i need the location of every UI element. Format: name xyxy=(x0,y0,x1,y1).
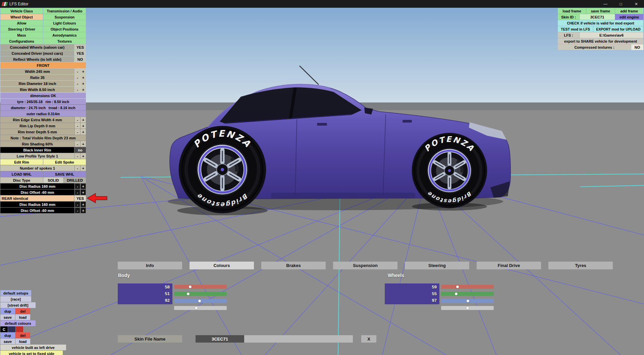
maximize-button[interactable]: □ xyxy=(613,0,629,8)
slider-handle[interactable] xyxy=(455,293,458,295)
tab-final-drive[interactable]: Final Drive xyxy=(477,262,541,269)
colour-preset-navy-swatch[interactable] xyxy=(8,326,15,332)
minus-button[interactable]: - xyxy=(75,81,80,86)
colour-del-button[interactable]: del xyxy=(15,332,30,338)
nav-mass[interactable]: Mass xyxy=(0,32,43,38)
default-setups-button[interactable]: default setups xyxy=(0,290,31,296)
setup-del-button[interactable]: del xyxy=(15,308,30,314)
skin-file-input[interactable] xyxy=(244,335,353,343)
wheels-shade-slider[interactable] xyxy=(441,306,494,310)
wheels-red-slider[interactable] xyxy=(441,285,494,289)
plus-button[interactable]: + xyxy=(80,165,86,171)
slider-handle[interactable] xyxy=(195,307,198,309)
minus-button[interactable]: - xyxy=(75,75,80,80)
share-vehicle-button[interactable]: export to SHARE vehicle for development xyxy=(558,38,643,44)
rear-identical-value[interactable]: YES xyxy=(74,195,86,201)
wheels-blue-slider[interactable] xyxy=(441,299,494,303)
colour-preset-red-swatch[interactable] xyxy=(16,326,23,332)
minus-button[interactable]: - xyxy=(75,165,80,171)
edit-engine-button[interactable]: edit engine xyxy=(615,14,643,20)
plus-button[interactable]: + xyxy=(80,189,86,195)
minus-button[interactable]: - xyxy=(75,202,80,207)
toggle-value[interactable]: YES xyxy=(74,50,86,56)
skin-id-value[interactable]: 3CEC71 xyxy=(580,14,615,20)
toggle-value[interactable]: NO xyxy=(74,56,86,62)
3d-viewport[interactable]: POTENZA Bridgestone xyxy=(0,0,644,355)
default-colours-button[interactable]: default colours xyxy=(0,320,36,326)
tab-colours[interactable]: Colours xyxy=(190,262,254,269)
minus-button[interactable]: - xyxy=(75,123,80,129)
body-green-slider[interactable] xyxy=(174,292,227,296)
fixed-side-toggle[interactable]: vehicle is set to fixed side xyxy=(0,351,63,355)
add-frame-button[interactable]: add frame xyxy=(615,8,643,14)
nav-textures[interactable]: Textures xyxy=(43,38,86,44)
minus-button[interactable]: - xyxy=(75,153,80,159)
body-red-slider[interactable] xyxy=(174,285,227,289)
tab-brakes[interactable]: Brakes xyxy=(261,262,326,269)
nav-transmission-audio[interactable]: Transmission / Audio xyxy=(43,8,86,14)
plus-button[interactable]: + xyxy=(80,87,86,92)
disc-drilled-option[interactable]: DRILLED xyxy=(64,177,86,183)
plus-button[interactable]: + xyxy=(80,75,86,80)
plus-button[interactable]: + xyxy=(80,129,86,135)
setup-dup-button[interactable]: dup xyxy=(0,308,15,314)
wheels-green-slider[interactable] xyxy=(441,292,494,296)
minus-button[interactable]: - xyxy=(75,141,80,147)
nav-aerodynamics[interactable]: Aerodynamics xyxy=(43,32,86,38)
edit-rim-button[interactable]: Edit Rim xyxy=(0,159,43,165)
tab-tyres[interactable]: Tyres xyxy=(548,262,613,269)
load-whl-button[interactable]: LOAD WHL xyxy=(0,171,43,177)
close-button[interactable]: ✕ xyxy=(629,0,644,8)
plus-button[interactable]: + xyxy=(80,208,86,213)
setup-save-button[interactable]: save xyxy=(0,314,15,320)
plus-button[interactable]: + xyxy=(80,141,86,147)
colour-save-button[interactable]: save xyxy=(0,339,15,344)
plus-button[interactable]: + xyxy=(80,117,86,123)
tab-suspension[interactable]: Suspension xyxy=(333,262,397,269)
save-frame-button[interactable]: save frame xyxy=(586,8,614,14)
nav-wheel-object[interactable]: Wheel Object xyxy=(0,14,43,20)
load-frame-button[interactable]: load frame xyxy=(558,8,586,14)
black-inner-rim-value[interactable]: no xyxy=(74,147,86,153)
test-mod-button[interactable]: TEST mod in LFS xyxy=(558,26,593,32)
minus-button[interactable]: - xyxy=(75,69,80,74)
nav-steering-driver[interactable]: Steering / Driver xyxy=(0,26,43,32)
save-whl-button[interactable]: SAVE WHL xyxy=(43,171,86,177)
colour-dup-button[interactable]: dup xyxy=(0,332,15,338)
plus-button[interactable]: + xyxy=(80,123,86,129)
slider-handle[interactable] xyxy=(467,300,469,302)
minus-button[interactable]: - xyxy=(75,189,80,195)
tab-steering[interactable]: Steering xyxy=(405,262,469,269)
clear-skin-button[interactable]: X xyxy=(361,335,376,343)
slider-handle[interactable] xyxy=(189,285,192,288)
slider-handle[interactable] xyxy=(198,300,201,302)
slider-handle[interactable] xyxy=(187,293,190,295)
nav-object-positions[interactable]: Object Positions xyxy=(43,26,86,32)
plus-button[interactable]: + xyxy=(80,202,86,207)
check-mod-button[interactable]: CHECK if vehicle is valid for mod export xyxy=(558,20,643,26)
minus-button[interactable]: - xyxy=(75,87,80,92)
plus-button[interactable]: + xyxy=(80,81,86,86)
plus-button[interactable]: + xyxy=(80,69,86,74)
slider-handle[interactable] xyxy=(466,307,469,309)
setup-race-button[interactable]: [race] xyxy=(0,296,31,302)
edit-spoke-button[interactable]: Edit Spoke xyxy=(43,159,86,165)
setup-street-drift-button[interactable]: [street drift] xyxy=(0,302,36,308)
minus-button[interactable]: - xyxy=(75,208,80,213)
compressed-textures-value[interactable]: NO xyxy=(631,44,643,50)
colour-load-button[interactable]: load xyxy=(15,339,30,344)
minus-button[interactable]: - xyxy=(75,129,80,135)
export-mod-button[interactable]: EXPORT mod for UPLOAD xyxy=(593,26,643,32)
slider-handle[interactable] xyxy=(456,285,459,288)
skin-file-value[interactable]: 3CEC71 xyxy=(196,335,244,343)
body-blue-slider[interactable] xyxy=(174,299,227,303)
tab-info[interactable]: Info xyxy=(118,262,182,269)
nav-allow[interactable]: Allow xyxy=(0,20,43,26)
minus-button[interactable]: - xyxy=(75,117,80,123)
minus-button[interactable]: - xyxy=(75,183,80,189)
skin-file-name-button[interactable]: Skin File Name xyxy=(118,335,182,343)
nav-configurations[interactable]: Configurations xyxy=(0,38,43,44)
plus-button[interactable]: + xyxy=(80,183,86,189)
lfs-path-value[interactable]: E:\Games\av6 xyxy=(580,32,643,38)
built-left-drive-toggle[interactable]: vehicle built as left drive xyxy=(0,345,66,350)
